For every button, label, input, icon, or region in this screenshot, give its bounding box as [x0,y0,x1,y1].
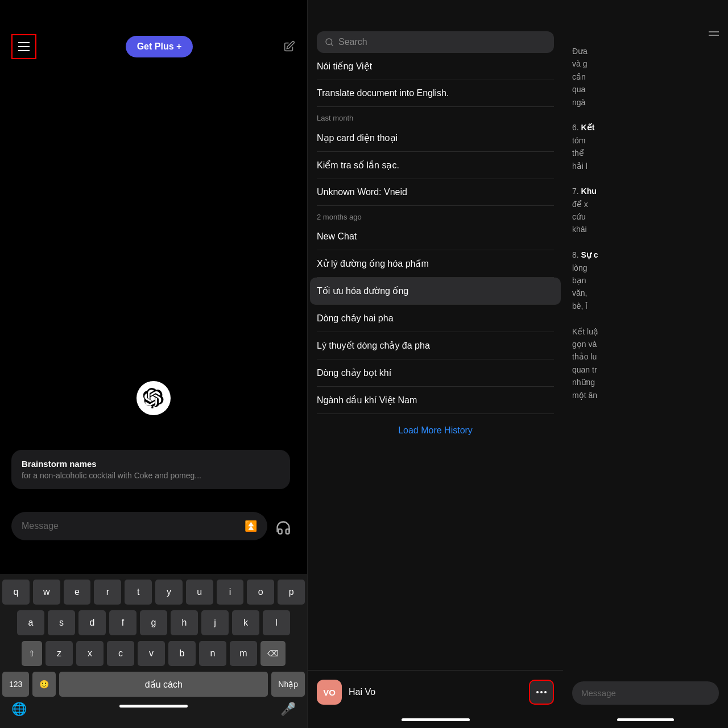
right-message-bar[interactable]: Message [572,681,719,705]
search-bar[interactable]: Search [317,31,554,53]
keyboard-bottom-row: 🌐 🎤 [2,701,305,728]
history-item-text: Tối ưu hóa đường ống [317,286,408,296]
user-avatar: VO [317,680,342,705]
headphone-icon[interactable] [271,515,296,540]
right-content: Đưa và g cần qua ngà 6. Kết tóm thể hải … [563,36,728,672]
right-text-content: Đưa và g cần qua ngà 6. Kết tóm thể hải … [572,45,719,402]
keyboard-row-2: a s d f g h j k l [2,610,305,635]
key-z[interactable]: z [46,641,73,666]
load-more-text: Load More History [398,425,473,435]
history-item-dong-bot[interactable]: Dòng chảy bọt khí [317,359,554,387]
key-s[interactable]: s [48,610,75,635]
key-k[interactable]: k [232,610,259,635]
key-y[interactable]: y [155,580,183,605]
key-c[interactable]: c [107,641,134,666]
history-item-text: Translate document into English. [317,88,449,98]
history-item-nap[interactable]: Nạp card điện thoại [317,125,554,152]
right-home-indicator [617,718,674,721]
history-item-text: Dòng chảy hai pha [317,313,394,323]
key-m[interactable]: m [230,641,257,666]
keyboard-row-1: q w e r t y u i o p [2,580,305,605]
emoji-key[interactable]: 🙂 [32,672,56,697]
key-j[interactable]: j [201,610,229,635]
menu-button[interactable] [11,34,36,59]
history-item-text: Ngành dầu khí Việt Nam [317,395,417,405]
num-key[interactable]: 123 [2,672,29,697]
key-o[interactable]: o [247,580,274,605]
key-i[interactable]: i [217,580,244,605]
right-message-placeholder: Message [581,688,616,698]
openai-logo [136,381,171,415]
history-item-nganh[interactable]: Ngành dầu khí Việt Nam [317,387,554,414]
key-l[interactable]: l [263,610,290,635]
chat-bubble-title: Brainstorm names [22,459,280,469]
get-plus-button[interactable]: Get Plus + [126,36,193,57]
keyboard: q w e r t y u i o p a s d f g h j k l ⇧ … [0,574,307,728]
history-item-text: Dòng chảy bọt khí [317,368,391,378]
chat-bubble-text: for a non-alcoholic cocktail with Coke a… [22,471,280,480]
right-header [563,0,728,36]
globe-icon[interactable]: 🌐 [11,702,27,717]
keyboard-row-3: ⇧ z x c v b n m ⌫ [2,641,305,666]
enter-key[interactable]: Nhập [271,672,305,697]
key-q[interactable]: q [2,580,30,605]
history-item-newchat[interactable]: New Chat [317,224,554,250]
history-item-text: Lý thuyết dòng chảy đa pha [317,341,430,350]
key-h[interactable]: h [171,610,198,635]
menu-line-2 [18,46,30,47]
left-header: Get Plus + [0,0,307,68]
middle-home-indicator [402,718,470,721]
edit-icon[interactable] [282,40,296,53]
history-item-toi-uu[interactable]: Tối ưu hóa đường ống [310,278,561,305]
search-icon [325,38,334,47]
history-item-text: Unknown Word: Vneid [317,187,407,197]
key-r[interactable]: r [94,580,121,605]
mic-icon[interactable]: 🎤 [280,702,296,717]
keyboard-row-4: 123 🙂 dấu cách Nhập [2,672,305,697]
message-placeholder: Message [22,521,59,531]
key-p[interactable]: p [278,580,305,605]
section-2months: 2 months ago [317,206,554,224]
history-list: Nói tiếng Việt Translate document into E… [308,53,563,670]
key-b[interactable]: b [168,641,196,666]
history-item-text: New Chat [317,231,357,241]
space-key[interactable]: dấu cách [59,672,268,697]
history-item-text: Kiểm tra số lần sạc. [317,160,399,170]
menu-line-1 [18,42,30,43]
more-options-button[interactable] [529,680,554,705]
history-item-kiem[interactable]: Kiểm tra số lần sạc. [317,152,554,179]
waveform-icon: ⏫ [245,520,257,532]
dots-icon [536,691,547,693]
history-item-text: Nói tiếng Việt [317,61,372,71]
backspace-key[interactable]: ⌫ [260,641,286,666]
chat-bubble[interactable]: Brainstorm names for a non-alcoholic coc… [11,450,290,489]
menu-line-3 [18,50,30,51]
shift-key[interactable]: ⇧ [22,641,42,666]
history-item-translate[interactable]: Translate document into English. [317,80,554,107]
key-g[interactable]: g [140,610,167,635]
history-item-viet[interactable]: Nói tiếng Việt [317,53,554,80]
right-menu-icon[interactable] [709,31,719,36]
load-more-button[interactable]: Load More History [317,414,554,447]
home-indicator [119,705,188,708]
history-item-unknown[interactable]: Unknown Word: Vneid [317,179,554,206]
key-w[interactable]: w [33,580,60,605]
key-e[interactable]: e [64,580,91,605]
middle-panel: Search Nói tiếng Việt Translate document… [307,0,563,728]
key-n[interactable]: n [199,641,226,666]
history-item-xu-ly[interactable]: Xử lý đường ống hóa phẩm [317,250,554,278]
user-name: Hai Vo [349,687,522,697]
history-item-text: Nạp card điện thoại [317,133,398,143]
key-x[interactable]: x [76,641,104,666]
history-item-dong-chay-hai[interactable]: Dòng chảy hai pha [317,305,554,332]
key-d[interactable]: d [78,610,106,635]
key-v[interactable]: v [138,641,165,666]
history-item-text: Xử lý đường ống hóa phẩm [317,259,429,268]
history-item-ly-thuyet[interactable]: Lý thuyết dòng chảy đa pha [317,332,554,359]
right-panel: Đưa và g cần qua ngà 6. Kết tóm thể hải … [563,0,728,728]
key-t[interactable]: t [125,580,152,605]
message-input-bar[interactable]: Message ⏫ [11,512,267,540]
key-a[interactable]: a [17,610,44,635]
key-u[interactable]: u [186,580,213,605]
key-f[interactable]: f [109,610,136,635]
